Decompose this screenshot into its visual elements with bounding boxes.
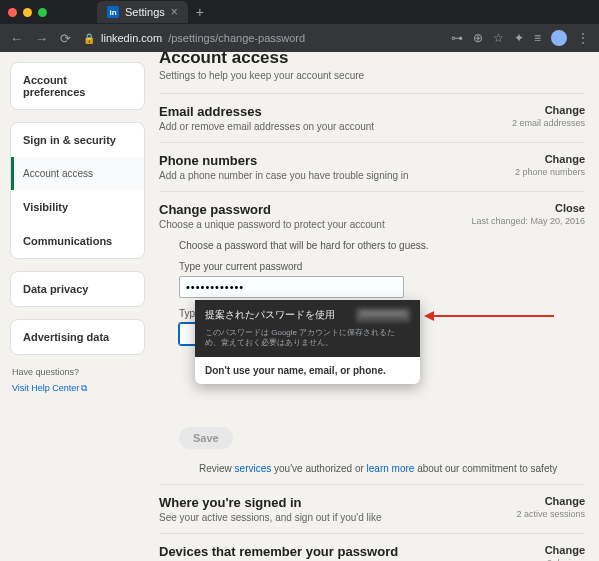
sessions-desc: See your active sessions, and sign out i… (159, 512, 516, 523)
key-icon[interactable]: ⊶ (451, 31, 463, 45)
tab-title: Settings (125, 6, 165, 18)
arrow-line (434, 315, 554, 317)
suggestion-title: 提案されたパスワードを使用 (205, 308, 335, 322)
suggested-password-masked: ••••••••••••• (356, 308, 410, 322)
phone-meta: 2 phone numbers (515, 167, 585, 177)
help-question: Have questions? (10, 367, 145, 377)
password-suggestion-popup[interactable]: 提案されたパスワードを使用 ••••••••••••• このパスワードは Goo… (195, 300, 420, 384)
save-button[interactable]: Save (179, 427, 233, 449)
email-meta: 2 email addresses (512, 118, 585, 128)
close-tab-icon[interactable]: × (171, 5, 178, 19)
sidebar-item-account-access[interactable]: Account access (11, 157, 144, 190)
email-title: Email addresses (159, 104, 512, 119)
sidebar-item-sign-in-security[interactable]: Sign in & security (11, 123, 144, 157)
sidebar-item-advertising-data[interactable]: Advertising data (11, 320, 144, 354)
forward-icon[interactable]: → (35, 31, 48, 46)
phone-title: Phone numbers (159, 153, 515, 168)
current-password-label: Type your current password (179, 261, 565, 272)
linkedin-favicon: in (107, 6, 119, 18)
password-tip: Don't use your name, email, or phone. (195, 357, 420, 384)
browser-right-icons: ⊶ ⊕ ☆ ✦ ≡ ⋮ (451, 30, 589, 46)
window-controls (8, 8, 47, 17)
external-link-icon: ⧉ (81, 383, 87, 394)
extensions-icon[interactable]: ✦ (514, 31, 524, 45)
learn-more-link[interactable]: learn more (367, 463, 415, 474)
devices-title: Devices that remember your password (159, 544, 545, 559)
nav-bar: ← → ⟳ 🔒 linkedin.com/psettings/change-pa… (0, 24, 599, 52)
browser-tab[interactable]: in Settings × (97, 1, 188, 23)
arrow-head-icon (424, 311, 434, 321)
sessions-change-link[interactable]: Change (516, 495, 585, 507)
devices-change-link[interactable]: Change (545, 544, 585, 556)
settings-sidebar: Account preferences Sign in & security A… (0, 52, 145, 561)
profile-avatar[interactable] (551, 30, 567, 46)
password-close-link[interactable]: Close (471, 202, 585, 214)
sidebar-item-visibility[interactable]: Visibility (11, 190, 144, 224)
email-change-link[interactable]: Change (512, 104, 585, 116)
menu-icon[interactable]: ⋮ (577, 31, 589, 45)
sidebar-item-account-preferences[interactable]: Account preferences (11, 63, 144, 109)
password-desc: Choose a unique password to protect your… (159, 219, 471, 230)
url-host: linkedin.com (101, 32, 162, 44)
lock-icon: 🔒 (83, 33, 95, 44)
sidebar-item-communications[interactable]: Communications (11, 224, 144, 258)
password-review-text: Review services you've authorized or lea… (179, 463, 565, 474)
sidebar-item-data-privacy[interactable]: Data privacy (11, 272, 144, 306)
bookmark-icon[interactable]: ☆ (493, 31, 504, 45)
page-title: Account access (159, 52, 585, 68)
password-title: Change password (159, 202, 471, 217)
reload-icon[interactable]: ⟳ (60, 31, 71, 46)
suggestion-subtext: このパスワードは Google アカウントに保存されるため、覚えておく必要はあり… (205, 328, 410, 349)
section-sessions: Where you're signed in See your active s… (159, 484, 585, 533)
address-bar[interactable]: 🔒 linkedin.com/psettings/change-password (83, 32, 439, 44)
password-hint: Choose a password that will be hard for … (179, 240, 565, 251)
phone-change-link[interactable]: Change (515, 153, 585, 165)
install-icon[interactable]: ⊕ (473, 31, 483, 45)
minimize-window[interactable] (23, 8, 32, 17)
password-meta: Last changed: May 20, 2016 (471, 216, 585, 226)
current-password-input[interactable] (179, 276, 404, 298)
page-subtitle: Settings to help you keep your account s… (159, 70, 585, 81)
url-path: /psettings/change-password (168, 32, 305, 44)
email-desc: Add or remove email addresses on your ac… (159, 121, 512, 132)
services-link[interactable]: services (235, 463, 272, 474)
sessions-title: Where you're signed in (159, 495, 516, 510)
back-icon[interactable]: ← (10, 31, 23, 46)
maximize-window[interactable] (38, 8, 47, 17)
section-email: Email addresses Add or remove email addr… (159, 93, 585, 142)
browser-chrome: in Settings × + ← → ⟳ 🔒 linkedin.com/pse… (0, 0, 599, 52)
help-center-link[interactable]: Visit Help Center⧉ (10, 383, 87, 394)
annotation-arrow (424, 311, 554, 321)
new-tab-icon[interactable]: + (196, 4, 204, 20)
phone-desc: Add a phone number in case you have trou… (159, 170, 515, 181)
close-window[interactable] (8, 8, 17, 17)
section-devices: Devices that remember your password Revi… (159, 533, 585, 561)
section-phone: Phone numbers Add a phone number in case… (159, 142, 585, 191)
tab-bar: in Settings × + (0, 0, 599, 24)
readinglist-icon[interactable]: ≡ (534, 31, 541, 45)
sessions-meta: 2 active sessions (516, 509, 585, 519)
